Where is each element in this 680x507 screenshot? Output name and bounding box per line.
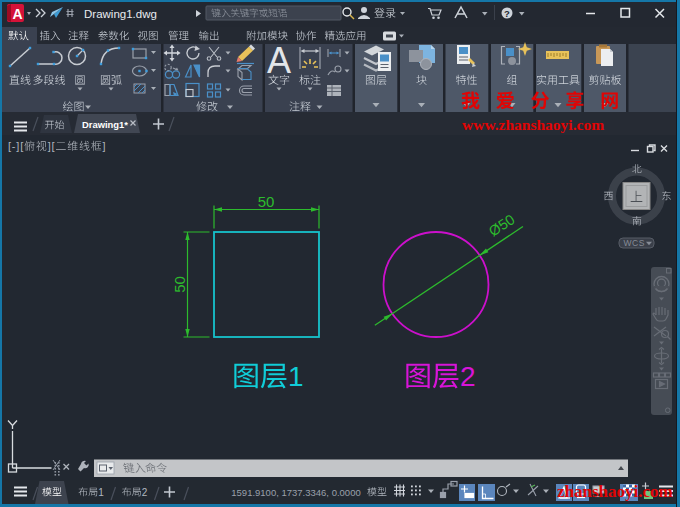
svg-text:]: ] xyxy=(103,140,107,152)
svg-text:50: 50 xyxy=(258,193,275,210)
svg-text:A: A xyxy=(267,40,291,81)
svg-text:?: ? xyxy=(504,8,510,19)
svg-text:2: 2 xyxy=(460,361,476,392)
svg-text:Drawing1.dwg: Drawing1.dwg xyxy=(84,8,157,20)
svg-text:[-][: [-][ xyxy=(8,140,24,152)
svg-text:50: 50 xyxy=(171,276,188,293)
svg-text:1: 1 xyxy=(98,487,104,498)
svg-text:][: ][ xyxy=(48,140,56,152)
svg-text:1: 1 xyxy=(288,361,304,392)
svg-text:1591.9100, 1737.3346, 0.0000: 1591.9100, 1737.3346, 0.0000 xyxy=(231,487,360,498)
svg-text:Drawing1*: Drawing1* xyxy=(82,119,128,130)
svg-text:www.zhanshaoyi.com: www.zhanshaoyi.com xyxy=(462,116,604,133)
svg-text:2: 2 xyxy=(142,487,148,498)
svg-text:A: A xyxy=(12,6,22,22)
svg-text:zhanshaoyi.com: zhanshaoyi.com xyxy=(557,482,673,501)
svg-text:WCS: WCS xyxy=(624,238,645,248)
